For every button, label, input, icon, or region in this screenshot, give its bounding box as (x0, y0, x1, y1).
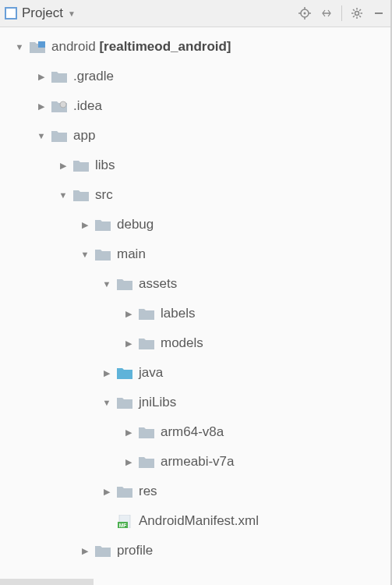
tree-label: main (117, 246, 146, 262)
tree-label: AndroidManifest.xml (139, 513, 259, 529)
panel-header: Project ▼ (0, 0, 390, 27)
tree-node-models[interactable]: ▶ models (0, 328, 390, 358)
expand-arrow-icon[interactable]: ▶ (101, 486, 112, 497)
header-toolbar (298, 5, 386, 21)
gear-icon[interactable] (350, 6, 364, 20)
tree-label: java (139, 365, 163, 381)
folder-icon (139, 337, 154, 349)
expand-arrow-icon[interactable]: ▶ (123, 427, 134, 438)
expand-arrow-icon[interactable]: ▶ (123, 456, 134, 467)
tree-label: debug (117, 217, 154, 232)
expand-arrow-icon[interactable]: ▶ (36, 71, 47, 82)
expand-arrow-icon[interactable]: ▼ (14, 41, 25, 52)
project-tree[interactable]: ▼ android [realtimeod_android] ▶ .gradle… (0, 27, 390, 585)
expand-arrow-icon[interactable]: ▶ (79, 219, 90, 230)
tree-node-java[interactable]: ▶ java (0, 358, 390, 388)
tree-label: assets (139, 276, 177, 292)
svg-point-7 (355, 12, 359, 16)
folder-icon (117, 485, 132, 498)
tree-node-src[interactable]: ▼ src (0, 180, 390, 210)
svg-rect-17 (38, 41, 45, 48)
folder-icon (139, 456, 154, 468)
panel-title: Project (22, 5, 63, 21)
folder-icon (139, 426, 154, 438)
tree-label: .idea (73, 98, 102, 114)
tree-node-armeabi[interactable]: ▶ armeabi-v7a (0, 447, 390, 477)
tree-node-gradle[interactable]: ▶ .gradle (0, 62, 390, 91)
manifest-file-icon: MF (117, 515, 132, 527)
tree-node-labels[interactable]: ▶ labels (0, 299, 390, 328)
view-selector[interactable]: Project ▼ (22, 5, 76, 21)
tree-label: libs (95, 158, 115, 173)
minimize-icon[interactable] (372, 6, 386, 20)
folder-icon (95, 218, 111, 231)
svg-point-1 (304, 12, 306, 15)
svg-text:MF: MF (119, 522, 126, 527)
tree-node-res[interactable]: ▶ res (0, 477, 390, 506)
tree-label: arm64-v8a (161, 424, 224, 440)
tree-node-manifest[interactable]: ▶ MF AndroidManifest.xml (0, 506, 390, 536)
tree-node-android[interactable]: ▼ android [realtimeod_android] (0, 32, 390, 62)
folder-icon (51, 70, 67, 83)
tree-label: jniLibs (139, 395, 176, 410)
tree-node-main[interactable]: ▼ main (0, 239, 390, 269)
folder-icon (73, 189, 89, 201)
module-folder-icon (30, 41, 45, 53)
tree-label: android [realtimeod_android] (51, 39, 231, 55)
folder-icon (139, 307, 154, 320)
scrollbar-horizontal[interactable] (0, 579, 94, 585)
tree-node-profile[interactable]: ▶ profile (0, 536, 390, 566)
folder-icon (73, 159, 89, 172)
tree-node-libs[interactable]: ▶ libs (0, 151, 390, 180)
expand-arrow-icon[interactable]: ▼ (58, 190, 69, 200)
target-icon[interactable] (298, 6, 312, 20)
folder-icon (117, 278, 132, 290)
svg-line-12 (353, 9, 355, 11)
svg-point-18 (60, 101, 66, 108)
expand-arrow-icon[interactable]: ▼ (79, 249, 90, 260)
tree-node-jnilibs[interactable]: ▼ jniLibs (0, 388, 390, 417)
tree-node-idea[interactable]: ▶ .idea (0, 91, 390, 121)
project-panel: Project ▼ ▼ androi (0, 0, 392, 585)
expand-arrow-icon[interactable]: ▶ (123, 308, 134, 319)
tree-label: res (139, 484, 157, 499)
expand-arrow-icon[interactable]: ▼ (101, 278, 112, 289)
folder-icon (51, 129, 67, 142)
folder-icon (95, 248, 111, 261)
tree-label: .gradle (73, 69, 114, 84)
svg-line-14 (353, 16, 355, 17)
folder-icon (95, 544, 111, 557)
collapse-icon[interactable] (320, 6, 334, 20)
folder-icon (117, 396, 132, 409)
expand-arrow-icon[interactable]: ▼ (36, 130, 47, 141)
tree-label: src (95, 187, 113, 203)
separator (341, 5, 342, 21)
expand-arrow-icon[interactable]: ▶ (123, 338, 134, 349)
expand-arrow-icon[interactable]: ▶ (79, 545, 90, 556)
tree-node-arm64[interactable]: ▶ arm64-v8a (0, 417, 390, 447)
expand-arrow-icon[interactable]: ▼ (101, 397, 112, 408)
chevron-down-icon: ▼ (68, 9, 76, 18)
svg-line-13 (359, 16, 361, 17)
tree-label: armeabi-v7a (161, 454, 235, 470)
tree-node-assets[interactable]: ▼ assets (0, 269, 390, 299)
expand-arrow-icon[interactable]: ▶ (101, 367, 112, 378)
expand-arrow-icon[interactable]: ▶ (36, 101, 47, 112)
tree-label: app (73, 128, 95, 144)
header-left: Project ▼ (5, 5, 76, 21)
folder-icon (51, 100, 67, 112)
source-folder-icon (117, 367, 132, 379)
project-icon (5, 7, 17, 20)
tree-label: models (161, 335, 203, 351)
tree-label: profile (117, 543, 153, 558)
tree-node-app[interactable]: ▼ app (0, 121, 390, 151)
svg-line-15 (359, 9, 361, 11)
expand-arrow-icon[interactable]: ▶ (58, 160, 69, 171)
tree-node-debug[interactable]: ▶ debug (0, 210, 390, 239)
tree-label: labels (161, 306, 195, 321)
